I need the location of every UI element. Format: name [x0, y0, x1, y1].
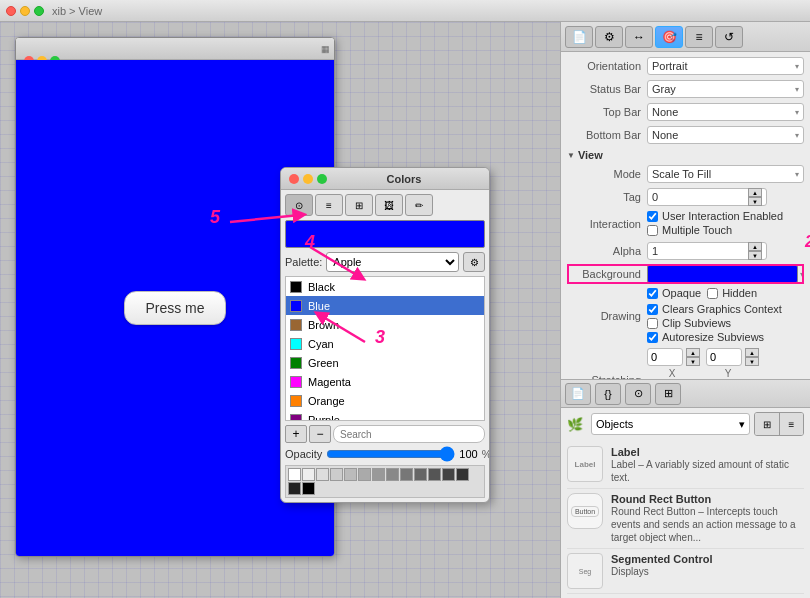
btab-grid[interactable]: ⊞	[655, 383, 681, 405]
tab-file[interactable]: 📄	[565, 26, 593, 48]
mini-swatch[interactable]	[302, 482, 315, 495]
btab-globe[interactable]: ⊙	[625, 383, 651, 405]
btab-code[interactable]: {}	[595, 383, 621, 405]
label-title: Label	[611, 446, 804, 458]
image-btn[interactable]: 🖼	[375, 194, 403, 216]
bottom-bar-select[interactable]: None ▾	[647, 126, 804, 144]
tab-refresh[interactable]: ↺	[715, 26, 743, 48]
mini-swatch[interactable]	[414, 468, 427, 481]
alpha-up[interactable]: ▲	[748, 242, 762, 251]
mini-swatch[interactable]	[344, 468, 357, 481]
mini-swatch[interactable]	[288, 468, 301, 481]
background-label: Background	[567, 268, 647, 280]
clears-cb[interactable]	[647, 304, 658, 315]
color-wheel-btn[interactable]: ⊙	[285, 194, 313, 216]
clears-label: Clears Graphics Context	[662, 303, 782, 315]
interaction-row: Interaction User Interaction Enabled Mul…	[567, 210, 804, 238]
sx-dn[interactable]: ▼	[686, 357, 700, 366]
mini-swatch[interactable]	[302, 468, 315, 481]
mode-select[interactable]: Scale To Fill ▾	[647, 165, 804, 183]
color-list[interactable]: Black Blue Brown Cyan	[285, 276, 485, 421]
multi-touch-cb[interactable]	[647, 225, 658, 236]
close-button[interactable]	[6, 6, 16, 16]
grid-view-btn[interactable]: ⊞	[755, 413, 779, 435]
color-swatch-magenta	[290, 376, 302, 388]
colors-close[interactable]	[289, 174, 299, 184]
mini-swatch[interactable]	[358, 468, 371, 481]
tab-lines[interactable]: ≡	[685, 26, 713, 48]
list-view-btn[interactable]: ≡	[779, 413, 803, 435]
mini-swatch[interactable]	[456, 468, 469, 481]
palette-gear-btn[interactable]: ⚙	[463, 252, 485, 272]
colors-min[interactable]	[303, 174, 313, 184]
search-input[interactable]	[333, 425, 485, 443]
mini-swatch[interactable]	[316, 468, 329, 481]
status-bar-select[interactable]: Gray ▾	[647, 80, 804, 98]
tag-down[interactable]: ▼	[748, 197, 762, 206]
tab-target[interactable]: 🎯	[655, 26, 683, 48]
color-item-blue[interactable]: Blue	[286, 296, 484, 315]
bottom-bar-value: None	[652, 129, 678, 141]
remove-color-btn[interactable]: −	[309, 425, 331, 443]
alpha-stepper[interactable]: ▲ ▼	[748, 242, 762, 260]
sy-dn[interactable]: ▼	[745, 357, 759, 366]
color-item-purple[interactable]: Purple	[286, 410, 484, 421]
maximize-button[interactable]	[34, 6, 44, 16]
background-color-swatch[interactable]	[647, 265, 798, 283]
stretch-y-stepper[interactable]: ▲ ▼	[745, 348, 759, 366]
auto-cb[interactable]	[647, 332, 658, 343]
clip-cb[interactable]	[647, 318, 658, 329]
add-color-btn[interactable]: +	[285, 425, 307, 443]
tag-up[interactable]: ▲	[748, 188, 762, 197]
top-bar-select[interactable]: None ▾	[647, 103, 804, 121]
stretch-x-stepper[interactable]: ▲ ▼	[686, 348, 700, 366]
button-info: Round Rect Button Round Rect Button – In…	[611, 493, 804, 544]
color-item-black[interactable]: Black	[286, 277, 484, 296]
mini-swatch[interactable]	[288, 482, 301, 495]
press-me-button[interactable]: Press me	[124, 291, 225, 325]
user-interaction-label: User Interaction Enabled	[662, 210, 783, 222]
tag-input[interactable]: 0 ▲ ▼	[647, 188, 767, 206]
right-panel: 📄 ⚙ ↔ 🎯 ≡ ↺ Orientation Portrait ▾ Statu…	[560, 22, 810, 598]
sliders-btn[interactable]: ≡	[315, 194, 343, 216]
color-item-magenta[interactable]: Magenta	[286, 372, 484, 391]
mini-swatch[interactable]	[442, 468, 455, 481]
hidden-cb[interactable]	[707, 288, 718, 299]
stretch-x-input[interactable]: 0	[647, 348, 683, 366]
orientation-select[interactable]: Portrait ▾	[647, 57, 804, 75]
mini-swatch[interactable]	[400, 468, 413, 481]
colors-max[interactable]	[317, 174, 327, 184]
tag-value: 0	[652, 191, 658, 203]
pencil-btn[interactable]: ✏	[405, 194, 433, 216]
objects-select[interactable]: Objects ▾	[591, 413, 750, 435]
color-item-green[interactable]: Green	[286, 353, 484, 372]
color-name-cyan: Cyan	[308, 338, 334, 350]
palette-select[interactable]: Apple	[326, 252, 459, 272]
alpha-label: Alpha	[567, 245, 647, 257]
color-grid-btn[interactable]: ⊞	[345, 194, 373, 216]
mini-swatch[interactable]	[372, 468, 385, 481]
canvas-area[interactable]: ▦ Press me Colors	[0, 22, 560, 598]
mini-swatch[interactable]	[428, 468, 441, 481]
color-item-cyan[interactable]: Cyan	[286, 334, 484, 353]
objects-row: 🌿 Objects ▾ ⊞ ≡	[567, 412, 804, 436]
stretch-y-input[interactable]: 0	[706, 348, 742, 366]
opacity-slider[interactable]	[326, 447, 455, 461]
sy-up[interactable]: ▲	[745, 348, 759, 357]
alpha-input[interactable]: 1 ▲ ▼	[647, 242, 767, 260]
mini-swatch[interactable]	[330, 468, 343, 481]
tag-stepper[interactable]: ▲ ▼	[748, 188, 762, 206]
tab-settings[interactable]: ⚙	[595, 26, 623, 48]
objects-chevron: ▾	[739, 418, 745, 431]
color-item-orange[interactable]: Orange	[286, 391, 484, 410]
user-interaction-cb[interactable]	[647, 211, 658, 222]
color-item-brown[interactable]: Brown	[286, 315, 484, 334]
tab-arrows[interactable]: ↔	[625, 26, 653, 48]
minimize-button[interactable]	[20, 6, 30, 16]
library-item-button: Button Round Rect Button Round Rect Butt…	[567, 489, 804, 549]
opaque-cb[interactable]	[647, 288, 658, 299]
btab-file[interactable]: 📄	[565, 383, 591, 405]
sx-up[interactable]: ▲	[686, 348, 700, 357]
mini-swatch[interactable]	[386, 468, 399, 481]
alpha-down[interactable]: ▼	[748, 251, 762, 260]
